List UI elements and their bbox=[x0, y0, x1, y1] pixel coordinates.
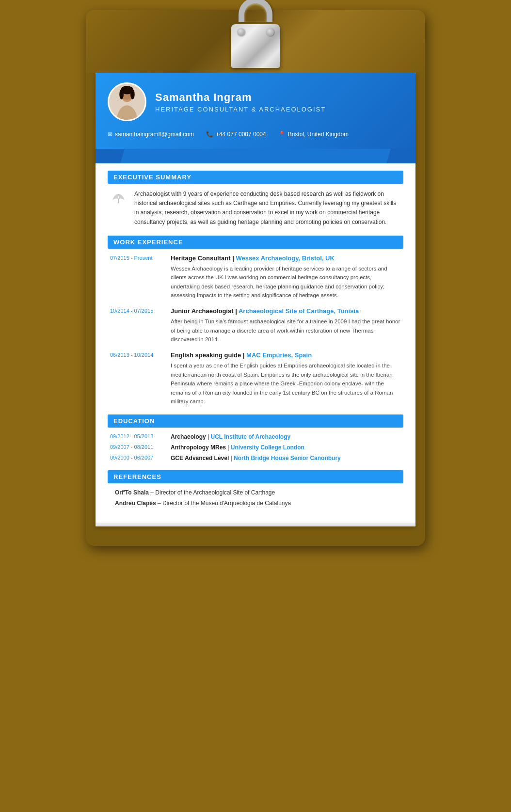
name-title: Samantha Ingram HERITAGE CONSULTANT & AR… bbox=[155, 91, 326, 113]
clipboard-clip bbox=[222, 15, 289, 68]
section-education: EDUCATION 09/2012 - 05/2013 Archaeology … bbox=[108, 414, 403, 462]
work-experience-header: WORK EXPERIENCE bbox=[108, 236, 403, 249]
edu-item-1: 09/2012 - 05/2013 Archaeology | UCL Inst… bbox=[110, 433, 401, 440]
work-title-1: Heritage Consultant | Wessex Archaeology… bbox=[171, 255, 401, 262]
section-executive-summary: EXECUTIVE SUMMARY Archaeologist with 9 y… bbox=[108, 171, 403, 227]
ref-name-2: Andreu Clapés bbox=[115, 500, 156, 507]
work-details-1: Heritage Consultant | Wessex Archaeology… bbox=[171, 255, 401, 300]
references-content: Orf'To Shala – Director of the Archaeolo… bbox=[108, 489, 403, 507]
summary-text: Archaeologist with 9 years of experience… bbox=[134, 190, 401, 227]
references-header: REFERENCES bbox=[108, 470, 403, 483]
location-icon: 📍 bbox=[278, 131, 286, 138]
screw-left bbox=[237, 28, 245, 36]
section-work-experience: WORK EXPERIENCE 07/2015 - Present Herita… bbox=[108, 236, 403, 406]
work-item-1: 07/2015 - Present Heritage Consultant | … bbox=[110, 255, 401, 300]
clipboard-top bbox=[86, 10, 425, 73]
resume-paper: Samantha Ingram HERITAGE CONSULTANT & AR… bbox=[96, 73, 415, 526]
location-value: Bristol, United Kingdom bbox=[288, 131, 349, 138]
clipboard: Samantha Ingram HERITAGE CONSULTANT & AR… bbox=[86, 10, 425, 546]
summary-icon bbox=[110, 191, 127, 207]
phone-value: +44 077 0007 0004 bbox=[216, 131, 266, 138]
edu-date-3: 09/2000 - 06/2007 bbox=[110, 455, 163, 461]
phone-icon: 📞 bbox=[206, 131, 213, 138]
svg-point-6 bbox=[130, 89, 135, 99]
edu-date-1: 09/2012 - 05/2013 bbox=[110, 433, 163, 439]
contact-phone: 📞 +44 077 0007 0004 bbox=[206, 131, 266, 138]
summary-row: Archaeologist with 9 years of experience… bbox=[110, 190, 401, 227]
work-desc-2: After being in Tunisia's famoust archaeo… bbox=[171, 317, 401, 344]
resume-body: EXECUTIVE SUMMARY Archaeologist with 9 y… bbox=[96, 163, 415, 523]
work-title-2: Junior Archaeologist | Archaeological Si… bbox=[171, 307, 401, 315]
person-name: Samantha Ingram bbox=[155, 91, 326, 104]
work-desc-3: I spent a year as one of the English gui… bbox=[171, 361, 401, 406]
work-item-2: 10/2014 - 07/2015 Junior Archaeologist |… bbox=[110, 307, 401, 344]
svg-point-5 bbox=[119, 89, 124, 99]
executive-summary-header: EXECUTIVE SUMMARY bbox=[108, 171, 403, 184]
work-date-3: 06/2013 - 10/2014 bbox=[110, 351, 163, 406]
executive-summary-content: Archaeologist with 9 years of experience… bbox=[108, 190, 403, 227]
contact-email: ✉ samanthaingram8@gmail.com bbox=[108, 131, 194, 138]
paper-bottom bbox=[96, 523, 415, 526]
resume-header: Samantha Ingram HERITAGE CONSULTANT & AR… bbox=[96, 73, 415, 149]
ref-role-2: Director of the Museu d'Arqueologia de C… bbox=[162, 500, 291, 507]
ref-item-1: Orf'To Shala – Director of the Archaeolo… bbox=[110, 489, 401, 496]
edu-date-2: 09/2007 - 08/2011 bbox=[110, 444, 163, 450]
ribbon bbox=[96, 149, 415, 163]
work-details-2: Junior Archaeologist | Archaeological Si… bbox=[171, 307, 401, 344]
email-value: samanthaingram8@gmail.com bbox=[115, 131, 194, 138]
ribbon-left bbox=[96, 149, 125, 163]
contact-location: 📍 Bristol, United Kingdom bbox=[278, 131, 349, 138]
work-desc-1: Wessex Archaeology is a leading provider… bbox=[171, 264, 401, 300]
ref-role-1: Director of the Archaeological Site of C… bbox=[155, 489, 275, 496]
email-icon: ✉ bbox=[108, 131, 112, 138]
header-contact: ✉ samanthaingram8@gmail.com 📞 +44 077 00… bbox=[108, 127, 403, 142]
work-experience-content: 07/2015 - Present Heritage Consultant | … bbox=[108, 255, 403, 406]
work-date-1: 07/2015 - Present bbox=[110, 255, 163, 300]
edu-details-3: GCE Advanced Level | North Bridge House … bbox=[171, 455, 341, 462]
work-item-3: 06/2013 - 10/2014 English speaking guide… bbox=[110, 351, 401, 406]
header-top: Samantha Ingram HERITAGE CONSULTANT & AR… bbox=[108, 82, 403, 121]
job-title: HERITAGE CONSULTANT & ARCHAEOLOGIST bbox=[155, 106, 326, 113]
edu-details-2: Anthropology MRes | University College L… bbox=[171, 444, 304, 451]
education-content: 09/2012 - 05/2013 Archaeology | UCL Inst… bbox=[108, 433, 403, 462]
edu-item-3: 09/2000 - 06/2007 GCE Advanced Level | N… bbox=[110, 455, 401, 462]
work-title-3: English speaking guide | MAC Empúries, S… bbox=[171, 351, 401, 359]
work-date-2: 10/2014 - 07/2015 bbox=[110, 307, 163, 344]
ribbon-right bbox=[386, 149, 415, 163]
edu-item-2: 09/2007 - 08/2011 Anthropology MRes | Un… bbox=[110, 444, 401, 451]
screw-right bbox=[266, 28, 274, 36]
edu-details-1: Archaeology | UCL Institute of Archaeolo… bbox=[171, 433, 290, 440]
education-header: EDUCATION bbox=[108, 414, 403, 428]
ref-name-1: Orf'To Shala bbox=[115, 489, 149, 496]
ref-item-2: Andreu Clapés – Director of the Museu d'… bbox=[110, 500, 401, 507]
avatar bbox=[108, 82, 146, 121]
work-details-3: English speaking guide | MAC Empúries, S… bbox=[171, 351, 401, 406]
section-references: REFERENCES Orf'To Shala – Director of th… bbox=[108, 470, 403, 507]
